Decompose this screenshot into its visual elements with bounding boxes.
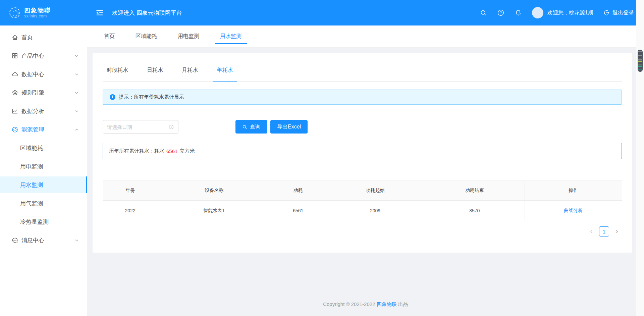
sidebar-item-energy[interactable]: 能源管理 [0,121,87,138]
cell-end: 8570 [425,201,525,221]
nav-tab-label: 区域能耗 [136,33,157,40]
logout-button[interactable]: 退出登录 [603,9,634,16]
sidebar-item-water[interactable]: 用水监测 [0,176,87,193]
sidebar-item-label: 区域能耗 [20,144,43,152]
sidebar-item-messages[interactable]: 消息中心 [0,232,87,249]
scrollbar-track[interactable] [636,0,644,316]
tab-yearly-water[interactable]: 年耗水 [213,61,237,81]
filter-row: 查询 导出Excel [103,120,622,134]
logout-label: 退出登录 [612,9,634,16]
brand-link[interactable]: 四象物联 [377,301,397,307]
sidebar-item-heat[interactable]: 冷热量监测 [0,213,87,230]
message-icon [11,237,19,244]
svg-text:?: ? [500,11,502,15]
tab-label: 月耗水 [182,67,198,73]
menu-fold-icon[interactable] [95,8,104,17]
sidebar-item-label: 消息中心 [21,236,44,244]
col-consumption: 功耗 [271,181,326,201]
next-page-icon[interactable]: › [612,226,622,236]
table-row: 2022 智能水表1 6561 2009 8570 曲线分析 [103,201,622,221]
nav-tab-electricity[interactable]: 用电监测 [171,25,206,47]
tab-label: 年耗水 [217,67,233,73]
nav-tab-water[interactable]: 用水监测 [213,25,248,47]
sidebar-item-datacenter[interactable]: 数据中心 [0,66,87,83]
sidebar-item-label: 用气监测 [20,200,43,207]
tab-daily-water[interactable]: 日耗水 [143,61,167,81]
cell-consumption: 6561 [271,201,326,221]
sidebar-item-electricity[interactable]: 用电监测 [0,158,87,175]
user-avatar[interactable] [532,7,543,18]
copyright-footer: Copyright © 2021-2022 四象物联 出品 [87,301,644,308]
nav-tab-home[interactable]: 首页 [97,25,121,47]
prev-page-icon[interactable]: ‹ [586,226,596,236]
tab-period-water[interactable]: 时段耗水 [103,61,132,81]
top-header: 四象物聯 sxlinks.com 欢迎进入 四象云物联网平台 ? [0,0,644,25]
chevron-down-icon [74,109,79,113]
search-icon[interactable] [480,9,487,16]
copyright-text: Copyright © 2021-2022 [323,301,375,307]
brand-logo: 四象物聯 sxlinks.com [0,7,87,19]
export-excel-button[interactable]: 导出Excel [270,120,308,134]
col-start: 功耗起始 [326,181,425,201]
brand-name: 四象物聯 [24,7,51,14]
col-device: 设备名称 [158,181,270,201]
sidebar-item-label: 能源管理 [21,126,44,134]
sidebar-item-region-energy[interactable]: 区域能耗 [0,140,87,156]
water-monitor-card: 时段耗水 日耗水 月耗水 年耗水 i 提示：所有年份耗水累计显示 [93,53,632,253]
pagination: ‹ 1 › [103,226,622,236]
nav-tab-label: 用电监测 [178,33,199,40]
col-year: 年份 [103,181,158,201]
sidebar-item-label: 用电监测 [20,163,43,170]
energy-icon [11,126,19,133]
nav-tab-label: 用水监测 [220,33,241,40]
sidebar-item-gas[interactable]: 用气监测 [0,195,87,212]
date-picker[interactable] [103,120,178,134]
logout-icon [603,9,610,16]
cell-device: 智能水表1 [158,201,270,221]
content-area: 时段耗水 日耗水 月耗水 年耗水 i 提示：所有年份耗水累计显示 [87,48,644,316]
info-alert: i 提示：所有年份耗水累计显示 [103,90,622,105]
sidebar-item-label: 首页 [21,34,33,41]
sidebar-item-label: 数据中心 [21,70,44,78]
brand-logo-icon [9,7,20,18]
nav-tab-region-energy[interactable]: 区域能耗 [129,25,164,47]
alert-text: 提示：所有年份耗水累计显示 [119,94,184,100]
yearly-water-table: 年份 设备名称 功耗 功耗起始 功耗结束 操作 2022 智能水 [103,180,622,221]
sidebar-item-data-analysis[interactable]: 数据分析 [0,103,87,119]
summary-suffix: 立方米 [179,148,195,154]
sidebar-item-label: 用水监测 [20,181,43,189]
page-1-button[interactable]: 1 [599,226,609,236]
rule-engine-icon [11,89,19,96]
cloud-icon [11,71,19,78]
curve-analysis-link[interactable]: 曲线分析 [564,208,583,213]
cell-year: 2022 [103,201,158,221]
user-greeting: 欢迎您，桃花源1期 [547,9,593,16]
query-button-label: 查询 [250,123,261,130]
sidebar-item-products[interactable]: 产品中心 [0,47,87,64]
chevron-down-icon [74,72,79,76]
chevron-down-icon [74,91,79,95]
appstore-icon [11,52,19,59]
app-root: 四象物聯 sxlinks.com 欢迎进入 四象云物联网平台 ? [0,0,644,316]
nav-tabbar: 首页 区域能耗 用电监测 用水监测 [87,25,644,48]
tab-label: 时段耗水 [107,67,128,73]
col-end: 功耗结束 [425,181,525,201]
home-icon [11,34,19,41]
tab-monthly-water[interactable]: 月耗水 [178,61,202,81]
summary-value: 6561 [166,148,177,154]
sidebar-item-home[interactable]: 首页 [0,29,87,46]
help-icon[interactable]: ? [497,9,504,16]
scrollbar-thumb[interactable] [638,50,643,72]
search-icon [242,124,247,129]
table-header-row: 年份 设备名称 功耗 功耗起始 功耗结束 操作 [103,181,622,201]
chevron-down-icon [74,238,79,243]
line-chart-icon [11,108,19,115]
notification-bell-icon[interactable] [515,9,522,16]
sidebar-item-label: 数据分析 [21,107,44,115]
date-input[interactable] [107,124,166,130]
tab-label: 日耗水 [147,67,163,73]
sidebar-item-rule-engine[interactable]: 规则引擎 [0,84,87,101]
clock-icon [168,124,174,130]
query-button[interactable]: 查询 [235,120,267,134]
page-title: 欢迎进入 四象云物联网平台 [112,9,182,17]
